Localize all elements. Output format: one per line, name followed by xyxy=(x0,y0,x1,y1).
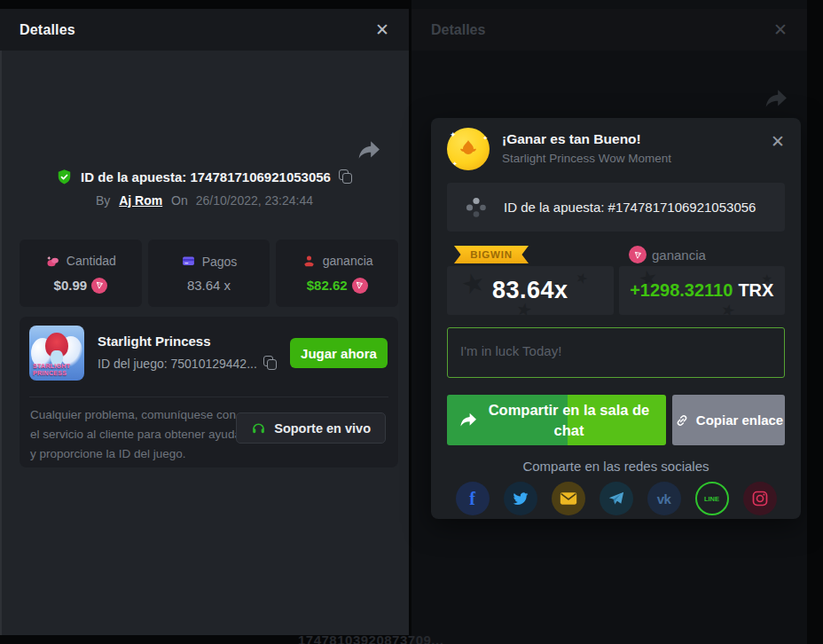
telegram-icon[interactable] xyxy=(600,482,633,515)
social-icons-row: f vk LINE xyxy=(447,482,785,515)
byline: By Aj Rom On 26/10/2022, 23:24:44 xyxy=(0,193,409,208)
share-arrow-icon xyxy=(764,89,788,110)
vk-icon[interactable]: vk xyxy=(647,482,681,515)
game-title: Starlight Princess xyxy=(98,334,211,349)
share-message-input[interactable] xyxy=(447,327,785,378)
copy-link-label: Copiar enlace xyxy=(696,412,783,428)
stats-row: Cantidad $0.99 Pagos 83.64 x xyxy=(20,240,398,307)
share-to-chat-label: Compartir en la sala de chat xyxy=(484,400,654,440)
share-bet-id-text: ID de la apuesta: #1747817106921053056 xyxy=(504,200,756,215)
username-link[interactable]: Aj Rom xyxy=(119,193,162,208)
verified-shield-icon xyxy=(56,169,73,185)
stat-payout: Pagos 83.64 x xyxy=(148,240,270,307)
coins-icon xyxy=(45,254,60,269)
gold-medal-icon: ✦ ✦ ✦ xyxy=(447,128,490,170)
left-modal-header: Detalles ✕ xyxy=(0,9,409,51)
background-bet-id-text: 17478103920873709... xyxy=(298,632,443,644)
on-label: On xyxy=(171,193,188,208)
stat-amount-label: Cantidad xyxy=(67,254,116,268)
trx-coin-icon xyxy=(629,246,647,263)
divider xyxy=(29,397,388,397)
line-icon[interactable]: LINE xyxy=(695,482,729,515)
share-arrow-icon xyxy=(459,412,477,428)
right-modal-header: Detalles ✕ xyxy=(412,9,807,51)
share-dialog-subtitle: Starlight Princess Wow Moment xyxy=(502,152,671,165)
multiplier-box: ★ ★ ★ 83.64x xyxy=(447,266,614,315)
share-win-dialog: ✦ ✦ ✦ ¡Ganar es tan Bueno! Starlight Pri… xyxy=(431,118,801,519)
right-modal-title: Detalles xyxy=(431,22,485,38)
multiplier-value: 83.64x xyxy=(492,277,568,304)
close-icon[interactable]: ✕ xyxy=(773,21,788,38)
game-id-line: ID del juego: 75010129442... xyxy=(98,356,278,371)
game-card: STARLIGHT PRINCESS Starlight Princess ID… xyxy=(20,317,398,467)
page-edge-sliver xyxy=(0,51,2,635)
share-dialog-title: ¡Ganar es tan Bueno! xyxy=(502,131,671,147)
credit-card-icon xyxy=(181,254,196,269)
stat-profit-label: ganancia xyxy=(323,254,373,268)
left-modal-body: ID de la apuesta: 1747817106921053056 By… xyxy=(0,51,409,635)
trx-coin-icon xyxy=(352,278,368,294)
support-help-text: Cualquier problema, comuníquese con el s… xyxy=(30,405,247,464)
share-buttons-row: Compartir en la sala de chat Copiar enla… xyxy=(447,395,785,445)
trx-coin-icon xyxy=(91,278,107,294)
stat-amount-value: $0.99 xyxy=(54,278,88,293)
by-label: By xyxy=(96,193,110,208)
close-icon[interactable]: ✕ xyxy=(771,128,785,150)
thumbnail-text: STARLIGHT PRINCESS xyxy=(33,363,68,377)
facebook-icon[interactable]: f xyxy=(456,482,490,515)
share-details-panel: Detalles ✕ ✦ ✦ ✦ ¡Ganar es tan Bueno! St… xyxy=(412,0,807,644)
bet-id-row: ID de la apuesta: 1747817106921053056 xyxy=(0,169,409,185)
live-support-label: Soporte en vivo xyxy=(274,421,371,436)
share-bet-id-row: ID de la apuesta: #1747817106921053056 xyxy=(447,183,785,232)
instagram-icon[interactable] xyxy=(743,482,777,515)
hand-coin-icon xyxy=(302,254,317,269)
result-labels-row: BIGWIN ganancia xyxy=(447,246,785,263)
stat-profit-value: $82.62 xyxy=(307,278,348,293)
copy-icon[interactable] xyxy=(263,356,278,371)
stat-payout-label: Pagos xyxy=(202,255,238,269)
profit-label: ganancia xyxy=(652,247,706,263)
game-id-text: ID del juego: 75010129442... xyxy=(98,357,257,371)
game-thumbnail[interactable]: STARLIGHT PRINCESS xyxy=(29,326,84,381)
result-boxes-row: ★ ★ ★ 83.64x ★ ★ ★ +1298.32110TRX xyxy=(447,266,785,315)
twitter-icon[interactable] xyxy=(504,482,537,515)
social-share-title: Comparte en las redes sociales xyxy=(447,459,785,474)
bigwin-ribbon-badge: BIGWIN xyxy=(454,246,529,263)
share-to-chat-button[interactable]: Compartir en la sala de chat xyxy=(447,395,666,445)
share-arrow-icon[interactable] xyxy=(357,140,380,161)
bet-details-panel: Detalles ✕ ID de la apuesta: 17478171069… xyxy=(0,0,409,644)
close-icon[interactable]: ✕ xyxy=(375,21,389,38)
copy-link-button[interactable]: Copiar enlace xyxy=(672,395,785,445)
live-support-button[interactable]: Soporte en vivo xyxy=(236,412,386,444)
play-now-button[interactable]: Jugar ahora xyxy=(290,338,388,368)
bet-datetime: 26/10/2022, 23:24:44 xyxy=(196,193,313,208)
bet-id-text: ID de la apuesta: 1747817106921053056 xyxy=(81,169,331,185)
headphones-icon xyxy=(251,420,266,436)
share-dialog-header: ✦ ✦ ✦ ¡Ganar es tan Bueno! Starlight Pri… xyxy=(447,128,785,170)
stat-profit: ganancia $82.62 xyxy=(276,240,398,307)
profit-currency: TRX xyxy=(738,280,773,300)
stat-payout-value: 83.64 x xyxy=(187,278,231,293)
gamepad-dots-icon xyxy=(465,196,488,219)
copy-icon[interactable] xyxy=(339,169,353,185)
profit-amount: +1298.32110 xyxy=(630,280,733,300)
stat-amount: Cantidad $0.99 xyxy=(20,240,142,307)
email-icon[interactable] xyxy=(552,482,585,515)
link-icon xyxy=(674,412,690,428)
left-modal-title: Detalles xyxy=(20,22,75,38)
profit-box: ★ ★ ★ +1298.32110TRX xyxy=(619,266,786,315)
